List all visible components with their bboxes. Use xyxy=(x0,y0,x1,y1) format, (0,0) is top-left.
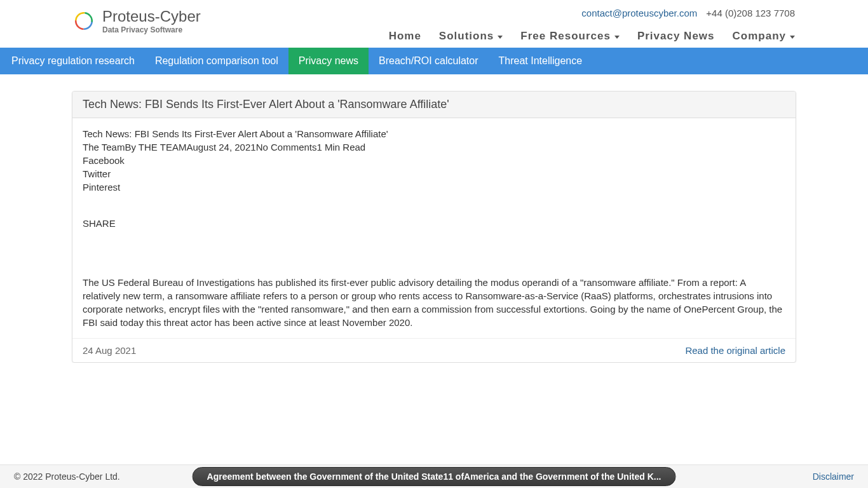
main-nav: Home Solutions Free Resources Privacy Ne… xyxy=(389,30,795,43)
contact-phone: +44 (0)208 123 7708 xyxy=(706,8,795,18)
brand-text: Proteus-Cyber Data Privacy Software xyxy=(102,8,201,34)
article-line1: Tech News: FBI Sends Its First-Ever Aler… xyxy=(83,127,785,140)
brand: Proteus-Cyber Data Privacy Software xyxy=(73,8,201,34)
article-body: Tech News: FBI Sends Its First-Ever Aler… xyxy=(72,118,796,338)
logo-icon xyxy=(73,10,95,32)
article-share-label: SHARE xyxy=(83,217,785,230)
nav-company-label: Company xyxy=(733,30,786,43)
main-container: Tech News: FBI Sends Its First-Ever Aler… xyxy=(72,91,796,363)
subnav-regulation-comparison-tool[interactable]: Regulation comparison tool xyxy=(145,48,288,74)
subnav-privacy-news[interactable]: Privacy news xyxy=(288,48,369,74)
nav-solutions-label: Solutions xyxy=(439,30,494,43)
article-share-facebook: Facebook xyxy=(83,154,785,167)
article-title: Tech News: FBI Sends Its First-Ever Aler… xyxy=(72,92,796,118)
article-share-twitter: Twitter xyxy=(83,167,785,180)
contact-row: contact@proteuscyber.com +44 (0)208 123 … xyxy=(389,8,795,18)
subnav-privacy-regulation-research[interactable]: Privacy regulation research xyxy=(1,48,145,74)
header-right: contact@proteuscyber.com +44 (0)208 123 … xyxy=(389,8,795,43)
subnav: Privacy regulation research Regulation c… xyxy=(0,48,868,74)
subnav-threat-intelligence[interactable]: Threat Intelligence xyxy=(489,48,593,74)
nav-company[interactable]: Company xyxy=(733,30,795,43)
article-share-pinterest: Pinterest xyxy=(83,180,785,194)
nav-free-resources[interactable]: Free Resources xyxy=(520,30,620,43)
article-card: Tech News: FBI Sends Its First-Ever Aler… xyxy=(72,91,796,363)
article-footer: 24 Aug 2021 Read the original article xyxy=(72,338,796,362)
brand-tagline: Data Privacy Software xyxy=(102,25,201,34)
nav-privacy-news[interactable]: Privacy News xyxy=(637,30,715,43)
header: Proteus-Cyber Data Privacy Software cont… xyxy=(0,0,868,43)
nav-free-resources-label: Free Resources xyxy=(520,30,611,43)
brand-name: Proteus-Cyber xyxy=(102,8,201,25)
nav-home[interactable]: Home xyxy=(389,30,421,43)
read-original-link[interactable]: Read the original article xyxy=(685,345,785,356)
article-date: 24 Aug 2021 xyxy=(83,345,136,356)
chevron-down-icon xyxy=(498,36,503,39)
subnav-breach-roi-calculator[interactable]: Breach/ROI calculator xyxy=(369,48,489,74)
chevron-down-icon xyxy=(614,36,620,39)
article-text: The US Federal Bureau of Investigations … xyxy=(83,276,785,329)
article-line2: The TeamBy THE TEAMAugust 24, 2021No Com… xyxy=(83,140,785,154)
contact-email-link[interactable]: contact@proteuscyber.com xyxy=(581,8,697,18)
nav-solutions[interactable]: Solutions xyxy=(439,30,503,43)
chevron-down-icon xyxy=(790,36,795,39)
